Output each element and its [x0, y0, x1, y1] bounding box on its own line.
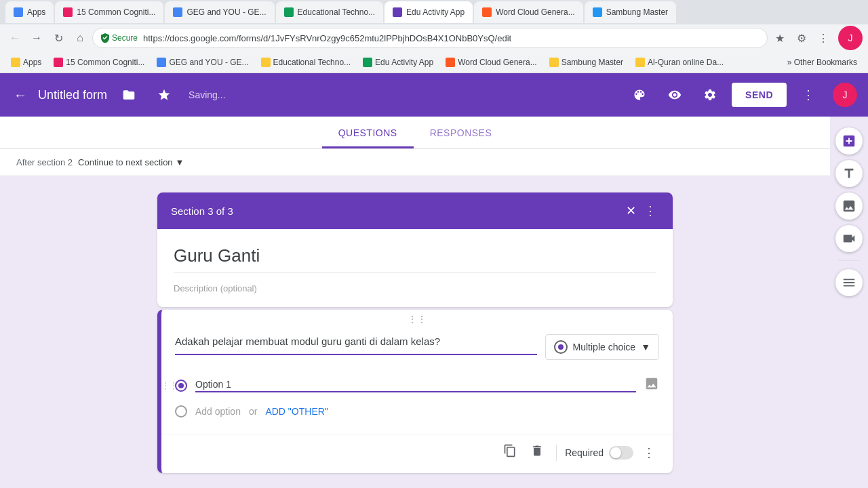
bookmark-wordcloud-label: Word Cloud Genera... [458, 58, 537, 67]
bookmark-alquran[interactable]: Al-Quran online Da... [630, 56, 729, 68]
browser-tab-edu-activity[interactable]: Edu Activity App [384, 1, 473, 23]
browser-tab-sambung[interactable]: Sambung Master [585, 1, 676, 23]
tab-favicon-wordcloud [482, 7, 492, 17]
browser-tab-apps[interactable]: Apps [5, 1, 54, 23]
add-other-link[interactable]: ADD "OTHER" [265, 406, 328, 417]
bookmark-sambung[interactable]: Sambung Master [544, 56, 629, 68]
tab-label-geg: GEG and YOU - GE... [186, 7, 266, 17]
add-section-button[interactable] [835, 269, 863, 296]
tab-favicon-educational [284, 7, 294, 17]
drag-handle[interactable]: ⋮⋮ [161, 310, 673, 326]
bookmark-cogniti[interactable]: 15 Common Cogniti... [48, 56, 150, 68]
section-body: Guru Ganti Description (optional) [157, 229, 673, 307]
back-to-forms-button[interactable]: ← [11, 85, 30, 106]
required-label: Required [565, 447, 604, 458]
add-question-button[interactable] [835, 127, 863, 155]
bookmark-cogniti-label: 15 Common Cogniti... [66, 58, 144, 67]
browser-toolbar: ← → ↻ ⌂ Secure https://docs.google.com/f… [0, 24, 868, 52]
drive-folder-button[interactable] [115, 81, 142, 108]
extensions-button[interactable]: ⚙ [792, 28, 811, 47]
option-image-button-1[interactable] [644, 376, 659, 394]
bookmark-cogniti-icon [54, 58, 63, 67]
add-video-button[interactable] [835, 225, 863, 252]
bookmark-sambung-label: Sambung Master [561, 58, 623, 67]
back-button[interactable]: ← [5, 28, 24, 47]
browser-tab-geg[interactable]: GEG and YOU - GE... [165, 1, 274, 23]
or-label: or [249, 406, 257, 417]
form-body: Section 3 of 3 ✕ ⋮ Guru Ganti Descriptio… [0, 176, 830, 488]
section-title[interactable]: Guru Ganti [174, 245, 656, 272]
right-sidebar [830, 117, 868, 488]
tab-label-wordcloud: Word Cloud Genera... [496, 7, 575, 17]
question-text-wrapper: Adakah pelajar membuat modul guru ganti … [175, 334, 537, 355]
question-type-chevron: ▼ [641, 342, 650, 352]
bookmarks-bar: Apps 15 Common Cogniti... GEG and YOU - … [0, 52, 868, 73]
forward-button[interactable]: → [27, 28, 46, 47]
option-input-1[interactable] [195, 379, 636, 392]
duplicate-button[interactable] [499, 440, 521, 465]
bookmark-edu-activity-label: Edu Activity App [375, 58, 433, 67]
user-avatar[interactable]: J [838, 26, 863, 50]
send-button[interactable]: SEND [732, 83, 787, 107]
question-text[interactable]: Adakah pelajar membuat modul guru ganti … [175, 334, 537, 355]
preview-button[interactable] [661, 81, 688, 108]
more-options-button[interactable]: ⋮ [795, 81, 822, 108]
add-option-text[interactable]: Add option [195, 406, 241, 417]
tab-favicon-apps [14, 7, 23, 17]
address-text: https://docs.google.com/forms/d/1JvFYsRV… [143, 33, 511, 43]
tab-favicon-sambung [593, 7, 602, 17]
add-image-button[interactable] [835, 192, 863, 220]
section-dropdown[interactable]: Continue to next section ▼ [78, 157, 184, 167]
tabs-bar: QUESTIONS RESPONSES [0, 117, 830, 149]
bookmark-edu-activity[interactable]: Edu Activity App [357, 56, 439, 68]
settings-button[interactable] [696, 81, 724, 108]
bookmark-educational-label: Educational Techno... [273, 58, 351, 67]
tab-questions[interactable]: QUESTIONS [322, 127, 414, 148]
after-section-label: After section 2 [16, 157, 73, 167]
add-option-row: Add option or ADD "OTHER" [175, 400, 659, 423]
browser-tab-cogniti[interactable]: 15 Common Cogniti... [55, 1, 163, 23]
section-close-button[interactable]: ✕ [623, 201, 639, 221]
add-title-button[interactable] [835, 160, 863, 187]
option-row-1: ⋮⋮ [175, 371, 659, 400]
bookmark-star-button[interactable]: ★ [770, 28, 789, 47]
bookmark-wordcloud[interactable]: Word Cloud Genera... [440, 56, 542, 68]
form-title[interactable]: Untitled form [38, 88, 107, 102]
user-avatar-header[interactable]: J [833, 83, 857, 107]
tab-favicon-edu-activity [393, 7, 402, 17]
browser-tab-wordcloud[interactable]: Word Cloud Genera... [474, 1, 583, 23]
question-more-button[interactable]: ⋮ [639, 441, 659, 464]
section-more-button[interactable]: ⋮ [642, 201, 659, 221]
tab-favicon-geg [173, 7, 182, 17]
tab-responses[interactable]: RESPONSES [414, 127, 509, 148]
menu-button[interactable]: ⋮ [814, 28, 833, 47]
star-button[interactable] [151, 81, 178, 108]
bookmark-apps[interactable]: Apps [5, 56, 47, 68]
bookmark-educational[interactable]: Educational Techno... [256, 56, 357, 68]
reload-button[interactable]: ↻ [49, 28, 68, 47]
sidebar-divider [838, 260, 860, 261]
bookmark-alquran-icon [635, 58, 645, 67]
tab-label-edu-activity: Edu Activity App [406, 7, 465, 17]
section-description[interactable]: Description (optional) [174, 283, 656, 293]
required-toggle[interactable] [609, 446, 633, 460]
address-bar[interactable]: Secure https://docs.google.com/forms/d/1… [92, 28, 768, 48]
home-button[interactable]: ⌂ [71, 28, 90, 47]
bookmark-geg-label: GEG and YOU - GE... [169, 58, 248, 67]
bookmark-apps-icon [11, 58, 20, 67]
toggle-knob [610, 447, 621, 458]
bookmark-geg[interactable]: GEG and YOU - GE... [151, 56, 254, 68]
radio-option-1[interactable] [175, 380, 187, 392]
delete-button[interactable] [526, 440, 548, 465]
secure-badge: Secure [101, 33, 138, 43]
section-card: Section 3 of 3 ✕ ⋮ Guru Ganti Descriptio… [157, 192, 673, 307]
browser-tab-educational[interactable]: Educational Techno... [276, 1, 384, 23]
section-header-left: Section 3 of 3 [171, 205, 233, 217]
question-type-selector[interactable]: Multiple choice ▼ [545, 334, 659, 360]
chevron-down-icon: ▼ [176, 157, 184, 167]
bookmark-educational-icon [261, 58, 271, 67]
bookmarks-more[interactable]: » Other Bookmarks [782, 56, 863, 68]
section-label: Section 3 of 3 [171, 205, 233, 217]
palette-button[interactable] [626, 81, 653, 108]
tab-label-educational: Educational Techno... [298, 7, 376, 17]
